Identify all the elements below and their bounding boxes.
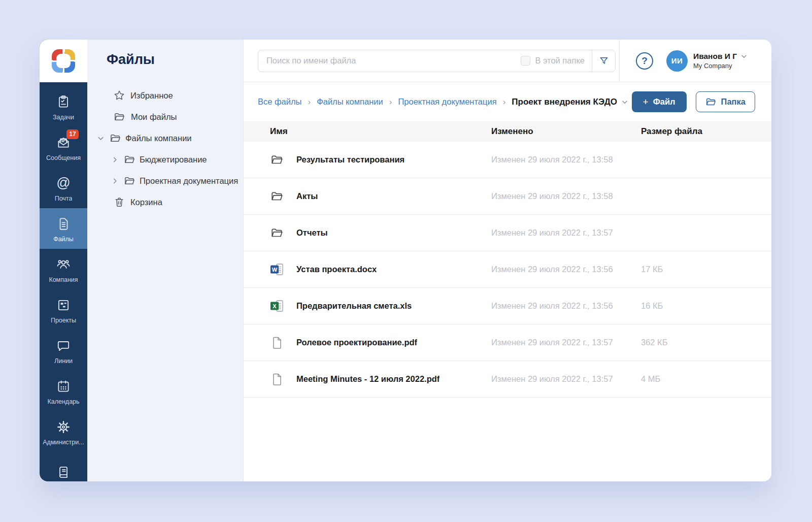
folder-open-icon bbox=[110, 133, 121, 144]
chevron-down-icon[interactable] bbox=[95, 133, 106, 143]
actions: + Файл Папка bbox=[632, 91, 755, 112]
nav-item-company[interactable]: Компания bbox=[40, 249, 87, 289]
avatar: ИИ bbox=[666, 50, 688, 72]
folder-open-icon bbox=[270, 153, 284, 167]
excel-file-icon: X bbox=[270, 300, 284, 313]
nav-rail: Задачи 17 Сообщения @ Почта Файлы bbox=[40, 40, 87, 481]
folder-open-icon bbox=[114, 111, 125, 123]
file-modified: Изменен 29 июля 2022 г., 13:58 bbox=[491, 191, 641, 201]
tree-item-budgeting[interactable]: Бюджетирование bbox=[87, 149, 243, 170]
nav-item-calendar[interactable]: Календарь bbox=[40, 371, 87, 411]
search-box: В этой папке bbox=[258, 50, 616, 72]
tree-item-company-files[interactable]: Файлы компании bbox=[87, 127, 243, 149]
folder-open-icon bbox=[270, 226, 284, 240]
nav-items: Задачи 17 Сообщения @ Почта Файлы bbox=[40, 86, 87, 481]
user-menu[interactable]: ИИ Иванов И Г My Company bbox=[666, 50, 748, 72]
plus-icon: + bbox=[643, 97, 649, 107]
chevron-right-icon[interactable] bbox=[110, 176, 120, 186]
scope-toggle[interactable]: В этой папке bbox=[521, 56, 592, 66]
breadcrumb-separator: › bbox=[308, 97, 311, 107]
toolbar: Все файлы › Файлы компании › Проектная д… bbox=[244, 82, 771, 121]
column-header-name: Имя bbox=[270, 126, 491, 137]
folder-open-icon bbox=[705, 96, 717, 108]
search-input[interactable] bbox=[258, 56, 521, 66]
table-row[interactable]: Meeting Minutes - 12 июля 2022.pdf Измен… bbox=[244, 361, 771, 398]
tree-item-project-docs[interactable]: Проектная документация bbox=[87, 170, 243, 191]
file-size: 16 КБ bbox=[641, 301, 755, 311]
people-icon bbox=[54, 255, 73, 274]
nav-item-label: Почта bbox=[55, 195, 73, 202]
nav-item-label: Сообщения bbox=[46, 154, 81, 161]
gear-icon bbox=[54, 418, 73, 436]
tree-item-trash[interactable]: Корзина bbox=[87, 191, 243, 213]
nav-item-messages[interactable]: 17 Сообщения bbox=[40, 127, 87, 168]
folder-open-icon bbox=[124, 175, 136, 187]
topbar-right: ? ИИ Иванов И Г My Company bbox=[619, 40, 771, 82]
table-row[interactable]: Результаты тестирования Изменен 29 июля … bbox=[244, 142, 771, 178]
table-row[interactable]: Ролевое проектирование.pdf Изменен 29 ию… bbox=[244, 324, 771, 361]
files-icon bbox=[54, 215, 73, 233]
table-row[interactable]: W Устав проекта.docx Изменен 29 июля 202… bbox=[244, 251, 771, 288]
nav-item-projects[interactable]: Проекты bbox=[40, 289, 87, 330]
kanban-board-icon bbox=[54, 296, 73, 314]
table-row[interactable]: Отчеты Изменен 29 июля 2022 г., 13:57 bbox=[244, 215, 771, 251]
page-title: Файлы bbox=[87, 52, 243, 68]
table-row[interactable]: X Предварительная смета.xls Изменен 29 и… bbox=[244, 288, 771, 324]
nav-item-lines[interactable]: Линии bbox=[40, 330, 87, 371]
file-name: Акты bbox=[296, 191, 318, 201]
nav-item-knowledge-base[interactable] bbox=[40, 452, 87, 481]
file-modified: Изменен 29 июля 2022 г., 13:56 bbox=[491, 301, 641, 311]
nav-item-tasks[interactable]: Задачи bbox=[40, 86, 87, 127]
word-file-icon: W bbox=[270, 263, 284, 276]
nav-item-administration[interactable]: Администри... bbox=[40, 411, 87, 452]
tree-item-label: Корзина bbox=[130, 198, 162, 207]
tree-item-favorites[interactable]: Избранное bbox=[87, 85, 243, 106]
table-header: Имя Изменено Размер файла bbox=[244, 121, 771, 142]
svg-text:X: X bbox=[273, 303, 277, 309]
breadcrumb-link-all-files[interactable]: Все файлы bbox=[258, 97, 301, 107]
column-header-modified: Изменено bbox=[491, 126, 641, 137]
tree-item-label: Бюджетирование bbox=[140, 155, 207, 165]
svg-text:W: W bbox=[272, 266, 278, 272]
folder-open-icon bbox=[270, 190, 284, 203]
nav-item-label: Файлы bbox=[53, 236, 74, 243]
scope-checkbox[interactable] bbox=[521, 56, 530, 66]
tree-panel: Файлы Избранное Мои файлы Файлы компании bbox=[87, 40, 244, 481]
filter-button[interactable] bbox=[592, 50, 615, 72]
user-meta: Иванов И Г My Company bbox=[693, 52, 748, 70]
app-logo-icon bbox=[52, 49, 75, 73]
nav-item-label: Календарь bbox=[47, 398, 79, 405]
breadcrumb-separator: › bbox=[389, 97, 392, 107]
add-folder-button[interactable]: Папка bbox=[696, 91, 755, 112]
nav-item-files[interactable]: Файлы bbox=[40, 208, 87, 249]
add-file-label: Файл bbox=[653, 97, 675, 107]
add-file-button[interactable]: + Файл bbox=[632, 91, 687, 112]
breadcrumb-link-project-docs[interactable]: Проектная документация bbox=[398, 97, 496, 107]
nav-item-mail[interactable]: @ Почта bbox=[40, 168, 87, 208]
chevron-down-icon bbox=[740, 53, 748, 60]
file-name: Результаты тестирования bbox=[296, 155, 404, 165]
app-logo-box[interactable] bbox=[40, 40, 87, 82]
chevron-right-icon[interactable] bbox=[110, 154, 120, 165]
pdf-file-icon bbox=[270, 373, 284, 386]
tree-item-label: Мои файлы bbox=[131, 112, 177, 122]
tree-item-label: Проектная документация bbox=[140, 176, 238, 186]
table-row[interactable]: Акты Изменен 29 июля 2022 г., 13:58 bbox=[244, 178, 771, 215]
chat-bubble-icon bbox=[54, 337, 73, 355]
user-name: Иванов И Г bbox=[693, 52, 737, 61]
pdf-file-icon bbox=[270, 336, 284, 349]
column-header-size: Размер файла bbox=[641, 126, 755, 137]
tasks-icon bbox=[54, 93, 73, 111]
tree-item-my-files[interactable]: Мои файлы bbox=[87, 106, 243, 127]
breadcrumb-separator: › bbox=[503, 97, 506, 107]
file-modified: Изменен 29 июля 2022 г., 13:56 bbox=[491, 265, 641, 274]
add-folder-label: Папка bbox=[721, 97, 746, 107]
help-button[interactable]: ? bbox=[636, 52, 653, 70]
file-name: Meeting Minutes - 12 июля 2022.pdf bbox=[296, 374, 439, 384]
scope-label: В этой папке bbox=[535, 56, 585, 66]
breadcrumb-current[interactable]: Проект внедрения КЭДО bbox=[512, 97, 628, 107]
nav-item-label: Администри... bbox=[43, 439, 84, 446]
breadcrumb-link-company-files[interactable]: Файлы компании bbox=[317, 97, 383, 107]
star-icon bbox=[114, 90, 125, 101]
nav-item-label: Проекты bbox=[51, 317, 76, 324]
